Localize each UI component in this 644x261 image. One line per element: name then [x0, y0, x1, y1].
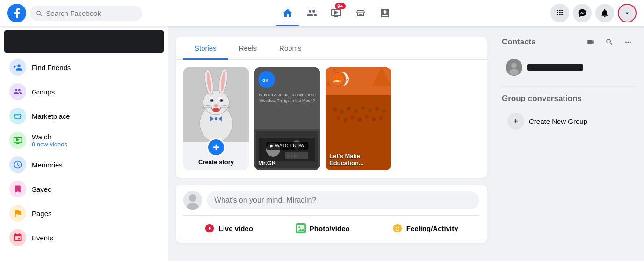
svg-point-63	[393, 224, 401, 232]
watch-icon	[9, 132, 26, 149]
sidebar-item-watch[interactable]: Watch 9 new videos	[4, 128, 164, 152]
account-dropdown-button[interactable]	[618, 4, 637, 22]
svg-point-37	[347, 107, 351, 110]
svg-point-49	[379, 116, 383, 120]
post-input-field[interactable]	[207, 191, 479, 209]
story-watch-badge: ▶ WATCH NOW	[266, 142, 308, 150]
tab-reels[interactable]: Reels	[228, 37, 268, 60]
find-friends-label: Find Friends	[32, 64, 71, 72]
contacts-divider	[502, 86, 637, 87]
create-group-label: Create New Group	[529, 117, 587, 125]
stories-card: Stories Reels Rooms	[176, 37, 487, 178]
sidebar-item-events[interactable]: Events	[4, 225, 164, 250]
nav-home-button[interactable]	[276, 2, 299, 24]
story-mrgk-label: Mr.GK	[258, 160, 316, 167]
feeling-activity-button[interactable]: Feeling/Activity	[387, 219, 464, 237]
sidebar-item-pages[interactable]: Pages	[4, 201, 164, 225]
svg-point-22	[215, 117, 217, 120]
pages-label: Pages	[32, 210, 52, 218]
svg-point-67	[511, 63, 517, 68]
story-mrgk-avatar: GK	[258, 71, 275, 88]
messenger-button[interactable]	[573, 4, 592, 22]
pages-icon	[9, 205, 26, 222]
story-card-mrgk[interactable]: Why do Astronauts Love these Weirdest Th…	[254, 67, 320, 170]
search-input[interactable]	[46, 9, 137, 17]
nav-watch-button[interactable]: 9+	[325, 2, 347, 24]
create-story-image	[183, 67, 249, 142]
post-input-row	[183, 191, 479, 210]
sidebar-item-memories[interactable]: Memories	[4, 152, 164, 177]
watch-sub-label: 9 new videos	[32, 141, 67, 148]
svg-point-55	[189, 194, 196, 202]
svg-point-61	[298, 226, 300, 228]
sidebar-left: Find Friends Groups Marketplace Watch 9 …	[0, 26, 168, 261]
sidebar-item-groups[interactable]: Groups	[4, 80, 164, 104]
contacts-video-button[interactable]	[582, 34, 599, 51]
live-video-label: Live video	[218, 225, 253, 232]
svg-point-13	[221, 100, 223, 101]
memories-icon	[9, 156, 26, 173]
live-video-button[interactable]: Live video	[199, 219, 258, 237]
sidebar-item-marketplace[interactable]: Marketplace	[4, 104, 164, 128]
story-lmes-avatar: LMES	[329, 71, 346, 88]
search-bar[interactable]	[30, 6, 142, 21]
story-card-lmes[interactable]: LMES LMES Let's Make Education...	[326, 67, 391, 170]
nav-center: 9+	[166, 2, 506, 24]
sidebar-item-find-friends[interactable]: Find Friends	[4, 55, 164, 80]
contacts-actions	[582, 34, 637, 51]
stories-tabs: Stories Reels Rooms	[176, 37, 487, 60]
create-story-bottom: + Create story	[183, 142, 249, 170]
svg-point-68	[509, 69, 519, 75]
create-group-plus-icon: +	[507, 113, 524, 130]
photo-video-button[interactable]: Photo/video	[290, 219, 355, 237]
saved-label: Saved	[32, 185, 52, 193]
contacts-header: Contacts	[502, 34, 637, 51]
group-conversations-title: Group conversations	[502, 94, 637, 103]
svg-point-42	[382, 109, 386, 113]
svg-point-43	[337, 116, 340, 120]
nav-left	[7, 4, 166, 22]
events-icon	[9, 229, 26, 246]
marketplace-icon	[9, 108, 26, 124]
tab-stories[interactable]: Stories	[183, 37, 228, 60]
stories-row: + Create story Why do Astronauts Love th…	[176, 60, 487, 178]
notifications-button[interactable]	[595, 4, 614, 22]
contact-name-1-redacted	[527, 64, 583, 71]
svg-point-40	[368, 109, 372, 112]
svg-point-38	[354, 109, 358, 113]
post-actions: Live video Photo/video Feeling/Activity	[183, 219, 479, 237]
nav-friends-button[interactable]	[301, 2, 323, 24]
contacts-title: Contacts	[502, 37, 536, 47]
svg-point-44	[344, 118, 347, 122]
marketplace-label: Marketplace	[32, 112, 70, 120]
sidebar-right: Contacts Group conversations	[494, 26, 644, 261]
story-lmes-label: Let's Make Education...	[329, 152, 387, 167]
nav-pages-button[interactable]	[374, 2, 396, 24]
contact-item-1[interactable]	[502, 56, 637, 79]
groups-icon	[9, 83, 26, 100]
grid-menu-button[interactable]	[550, 4, 569, 22]
live-video-icon	[204, 223, 215, 233]
contact-avatar-1	[506, 59, 522, 76]
svg-point-14	[214, 104, 218, 107]
nav-marketplace-button[interactable]	[349, 2, 372, 24]
tab-rooms[interactable]: Rooms	[268, 37, 313, 60]
facebook-logo-icon[interactable]	[7, 4, 26, 22]
groups-label: Groups	[32, 88, 55, 96]
top-navigation: 9+	[0, 0, 644, 26]
sidebar-user-block[interactable]	[4, 30, 164, 53]
post-box: Live video Photo/video Feeling/Activity	[176, 185, 487, 243]
svg-point-15	[212, 108, 220, 112]
create-story-card[interactable]: + Create story	[183, 67, 249, 170]
svg-point-64	[396, 227, 397, 228]
feeling-activity-icon	[392, 223, 403, 233]
contacts-more-button[interactable]	[620, 34, 637, 51]
contacts-search-button[interactable]	[601, 34, 618, 51]
create-story-label: Create story	[198, 159, 234, 166]
sidebar-item-saved[interactable]: Saved	[4, 177, 164, 201]
feeling-activity-label: Feeling/Activity	[406, 225, 458, 232]
watch-label-group: Watch 9 new videos	[32, 133, 67, 148]
post-user-avatar	[183, 191, 202, 210]
create-new-group-button[interactable]: + Create New Group	[502, 109, 637, 133]
svg-point-65	[398, 227, 399, 228]
